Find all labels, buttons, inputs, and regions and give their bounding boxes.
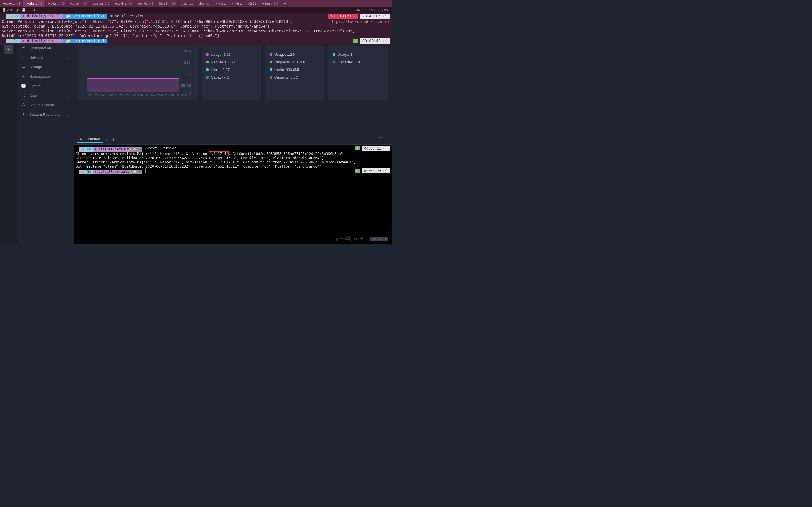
shortcut-label: ⌘7 — [149, 2, 153, 5]
window-tab-label: ceph01 — [138, 2, 148, 5]
add-tab-button[interactable]: + — [112, 136, 115, 142]
close-tab-button[interactable]: × — [105, 137, 108, 142]
window-tab[interactable]: Hot... — [213, 0, 229, 7]
chart-xtick: 23:50 — [165, 94, 173, 97]
window-tab[interactable]: blog-k... ⌘8 — [156, 0, 179, 7]
sidebar-item-label: Configuration — [29, 46, 51, 50]
bolt-icon: ⚡ — [15, 8, 19, 12]
pods-usage: Usage: 8 — [338, 52, 352, 57]
window-tab-label: Hot... — [218, 2, 226, 5]
legend-swatch — [206, 53, 209, 56]
go-segment: 🐹 Go — [6, 39, 20, 43]
dot-icon — [232, 3, 234, 4]
legend-swatch — [333, 61, 335, 63]
window-tab[interactable]: k3s01 — [245, 0, 259, 7]
cpu-limits: Limits: 0.27 — [211, 68, 230, 72]
sidebar-item-network[interactable]: ᚶNetwork⌄ — [17, 53, 74, 62]
sigint-badge: SIGINT(2) ↵ — [328, 13, 358, 19]
command-arg: version — [126, 14, 144, 18]
window-tab[interactable]: ocp-dns ⌘6 — [112, 0, 135, 7]
sidebar-item-storage[interactable]: ≣Storage⌄ — [17, 62, 74, 71]
cpu-capacity: Capacity: 2 — [211, 75, 229, 79]
window-tab[interactable]: blog-k... — [196, 0, 213, 7]
add-window-tab-button[interactable]: + — [281, 0, 289, 7]
events-icon: 🕘 — [21, 83, 26, 89]
access-control-icon: 🛡 — [21, 103, 26, 107]
window-tab[interactable]: Hotkey... ⌘1 — [0, 0, 23, 7]
path-segment: 📁 ~/bin/manifest — [63, 14, 107, 18]
sidebar-item-namespaces[interactable]: ◈Namespaces — [17, 71, 74, 81]
check-icon: ✓ — [353, 39, 358, 43]
go-segment: 🐹 Go — [6, 14, 20, 18]
terminal-panel: ▶_ Terminal × + ⛶ ⌄ 🐹 Go⎈ default/defaul… — [74, 134, 392, 244]
chart-xtick: 23:20 — [118, 94, 126, 97]
terminal-tab[interactable]: ▶_ Terminal — [77, 136, 103, 143]
memory-chart-card: 3.7Gi2.8Gi1.9Gi953.7Mi0 23:0023:0523:102… — [78, 46, 198, 100]
system-status-bar: 🔋 21% ⚡ 💾 5.7 GB ☷ 315 kB↓ ∿∿∿ 167 kB↑ — [0, 7, 392, 13]
window-tab[interactable]: sea... ⌘9 — [259, 0, 281, 7]
window-tab-label: k3s... — [235, 2, 242, 5]
sidebar-item-access-control[interactable]: 🛡Access Control⌄ — [17, 100, 74, 110]
chart-xtick: 23:30 — [134, 94, 142, 97]
mem-requests: Requests: 270.0Mi — [274, 60, 305, 64]
sidebar-item-label: Network — [29, 55, 43, 59]
chart-ytick: 0 — [190, 92, 192, 95]
sidebar-item-apps[interactable]: ⠿Apps⌄ — [17, 91, 74, 100]
add-cluster-button[interactable]: + — [4, 45, 13, 54]
namespace-indicator[interactable]: ▦default — [370, 237, 388, 241]
path-segment: 🏠 ~ — [131, 147, 142, 152]
window-tab-label: Hotkey... — [3, 2, 15, 5]
chart-xtick: 23:25 — [126, 94, 134, 97]
namespaces-icon: ◈ — [21, 74, 26, 79]
window-tab[interactable]: Hotke... ⌘4 — [68, 0, 90, 7]
disk-status: 💾 5.7 GB — [22, 8, 36, 12]
window-tab[interactable]: ceph01 ⌘7 — [135, 0, 156, 7]
terminal-output: Client Version: version.Info{Major:"1", … — [75, 152, 209, 156]
window-tab-label: ocp-dns — [115, 2, 126, 5]
window-tab-label: Hotke... — [49, 2, 59, 5]
chevron-down-icon[interactable]: ⌄ — [386, 137, 389, 142]
window-tab-label: k3s01 — [248, 2, 256, 5]
sidebar-item-label: Apps — [29, 94, 38, 98]
chart-xtick: 23:10 — [103, 94, 111, 97]
battery-status: 🔋 21% — [2, 8, 13, 12]
cluster-rail: + — [0, 13, 17, 244]
terminal-overlay[interactable]: 🐹 Go ⎈ default/default 📁 ~/bin/manifest … — [0, 13, 392, 45]
kube-context-segment: ⎈ default/default — [93, 170, 131, 174]
window-tab-bar: Hotkey... ⌘1Hotke... ⌘2Hotke... ⌘3Hotke.… — [0, 0, 392, 7]
window-tab[interactable]: Hotke... ⌘2 — [23, 0, 45, 7]
mem-limits: Limits: 390.0Mi — [274, 68, 299, 72]
configuration-icon: ≡ — [21, 46, 26, 50]
net-up: 167 kB↑ — [378, 8, 389, 11]
expand-icon[interactable]: ⛶ — [378, 137, 382, 142]
chart-ytick: 3.7Gi — [184, 50, 192, 53]
path-segment: 🏠 ~ — [131, 170, 142, 174]
terminal-body[interactable]: 🐹 Go⎈ default/default🏠 ~ kubectl version… — [74, 145, 392, 244]
window-tab-label: blog-k... — [159, 2, 170, 5]
pods-capacity: Capacity: 110 — [338, 60, 360, 64]
chevron-down-icon: ⌄ — [67, 55, 70, 59]
sidebar-item-custom-resources[interactable]: ✦Custom Resources⌄ — [17, 110, 74, 119]
window-tab[interactable]: blog-k... — [179, 0, 196, 7]
chart-xtick: 23:55 — [173, 94, 181, 97]
window-tab[interactable]: ocp-dns ⌘5 — [90, 0, 112, 7]
chart-xtick: 23:00 — [87, 94, 95, 97]
prompt-line: 🐹 Go⎈ default/default🏠 ~ — [75, 147, 142, 152]
custom-resources-icon: ✦ — [21, 112, 26, 117]
chevron-down-icon: ⌄ — [67, 103, 70, 107]
sidebar-item-label: Storage — [29, 65, 42, 69]
cpu-requests: Requests: 0.21 — [211, 60, 236, 64]
window-tab[interactable]: Hotke... ⌘3 — [46, 0, 68, 7]
mem-usage: Usage: 1.2Gi — [274, 52, 296, 57]
url-watermark: https://fuckcloudnative.io — [329, 19, 389, 24]
window-tab-label: Hotke... — [26, 2, 37, 5]
command-arg: version — [161, 146, 176, 150]
mem-capacity: Capacity: 3.8Gi — [274, 75, 299, 79]
terminal-output: Server Version: version.Info{Major:"1", … — [75, 160, 358, 168]
shortcut-label: ⌘4 — [82, 2, 87, 5]
timestamp-badge: 00:00:42 🕐 — [360, 38, 390, 44]
window-tab[interactable]: k3s... — [229, 0, 245, 7]
sidebar-item-events[interactable]: 🕘Events — [17, 81, 74, 91]
apps-icon: ⠿ — [21, 93, 26, 98]
chart-xtick: 23:05 — [95, 94, 103, 97]
